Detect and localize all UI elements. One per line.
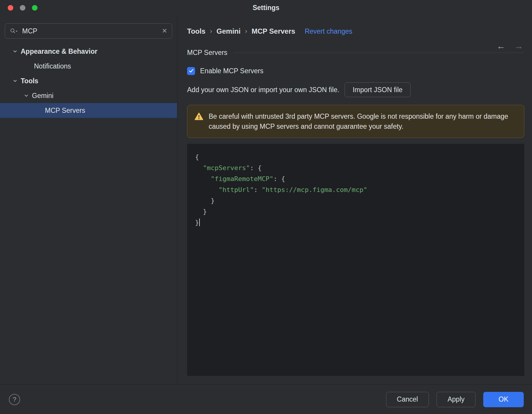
- import-instruction-text: Add your own JSON or import your own JSO…: [187, 86, 339, 94]
- search-icon: [10, 28, 18, 34]
- window-title: Settings: [253, 4, 280, 12]
- breadcrumb: Tools › Gemini › MCP Servers Revert chan…: [187, 26, 524, 36]
- minimize-window-button[interactable]: [20, 5, 25, 11]
- apply-button[interactable]: Apply: [437, 392, 476, 407]
- breadcrumb-item-mcp-servers: MCP Servers: [252, 27, 295, 35]
- breadcrumb-separator: ›: [210, 27, 212, 35]
- sidebar-item-gemini[interactable]: Gemini: [0, 88, 177, 103]
- mcp-json-editor[interactable]: { "mcpServers": { "figmaRemoteMCP": { "h…: [187, 144, 524, 376]
- warning-icon: [194, 112, 203, 122]
- settings-search-box[interactable]: ✕: [5, 23, 172, 39]
- history-navigation: ← →: [497, 41, 523, 51]
- settings-body: ✕ Appearance & Behavior Notifications To…: [0, 16, 532, 384]
- back-arrow-icon[interactable]: ←: [497, 41, 505, 51]
- sidebar-item-label: Appearance & Behavior: [21, 48, 97, 56]
- import-json-button[interactable]: Import JSON file: [345, 82, 411, 97]
- titlebar: Settings: [0, 0, 532, 16]
- checkmark-icon: [189, 68, 194, 74]
- section-title: MCP Servers: [187, 49, 227, 57]
- clear-search-icon[interactable]: ✕: [162, 28, 167, 34]
- sidebar-item-label: Gemini: [32, 92, 53, 100]
- settings-tree: Appearance & Behavior Notifications Tool…: [0, 44, 177, 118]
- section-header: MCP Servers: [187, 48, 524, 57]
- chevron-down-icon[interactable]: [24, 93, 29, 98]
- chevron-down-icon[interactable]: [12, 49, 18, 54]
- revert-changes-link[interactable]: Revert changes: [305, 27, 352, 35]
- cancel-button[interactable]: Cancel: [386, 392, 429, 407]
- sidebar-item-notifications[interactable]: Notifications: [0, 59, 177, 74]
- sidebar-item-label: Notifications: [34, 62, 71, 70]
- close-window-button[interactable]: [8, 5, 13, 11]
- breadcrumb-item-gemini[interactable]: Gemini: [217, 27, 241, 35]
- enable-mcp-row: Enable MCP Servers: [187, 66, 524, 76]
- sidebar-item-mcp-servers[interactable]: MCP Servers: [0, 103, 177, 118]
- warning-text: Be careful with untrusted 3rd party MCP …: [209, 111, 517, 131]
- help-button[interactable]: ?: [9, 394, 20, 405]
- section-divider: [233, 53, 524, 53]
- settings-sidebar: ✕ Appearance & Behavior Notifications To…: [0, 16, 177, 384]
- enable-mcp-checkbox[interactable]: [187, 67, 195, 75]
- settings-panel: Tools › Gemini › MCP Servers Revert chan…: [177, 16, 532, 384]
- search-input[interactable]: [22, 27, 158, 35]
- warning-banner: Be careful with untrusted 3rd party MCP …: [187, 105, 524, 138]
- enable-mcp-label: Enable MCP Servers: [200, 67, 263, 75]
- sidebar-item-appearance-behavior[interactable]: Appearance & Behavior: [0, 44, 177, 59]
- breadcrumb-separator: ›: [245, 27, 247, 35]
- sidebar-item-label: MCP Servers: [45, 107, 85, 115]
- sidebar-item-label: Tools: [21, 77, 38, 85]
- zoom-window-button[interactable]: [32, 5, 38, 11]
- chevron-down-icon[interactable]: [12, 78, 18, 84]
- dialog-footer: ? Cancel Apply OK: [0, 384, 532, 414]
- breadcrumb-item-tools[interactable]: Tools: [187, 27, 205, 35]
- code-editor-content: { "mcpServers": { "figmaRemoteMCP": { "h…: [195, 151, 518, 228]
- question-mark-icon: ?: [13, 396, 16, 403]
- footer-buttons: Cancel Apply OK: [386, 392, 524, 407]
- sidebar-item-tools[interactable]: Tools: [0, 74, 177, 88]
- import-row: Add your own JSON or import your own JSO…: [187, 82, 524, 97]
- window-controls: [8, 0, 38, 16]
- forward-arrow-icon[interactable]: →: [514, 41, 523, 51]
- ok-button[interactable]: OK: [483, 392, 524, 407]
